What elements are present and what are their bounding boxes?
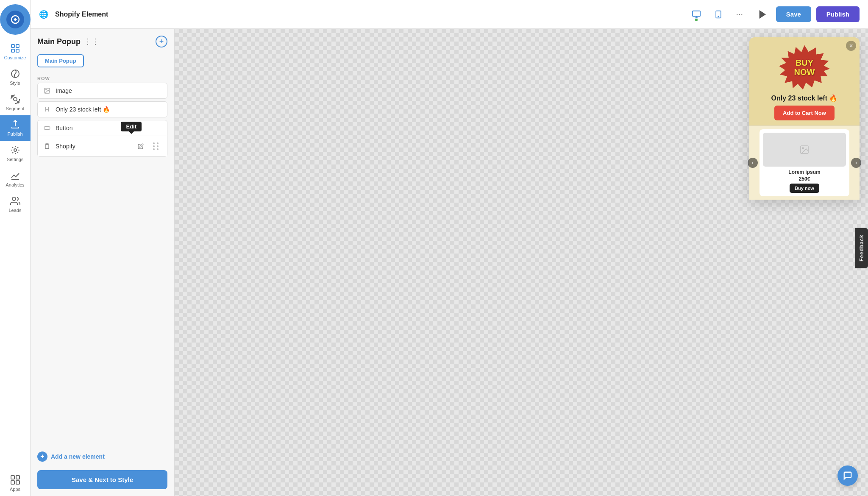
- customize-icon: [10, 43, 20, 53]
- shopify-row-label: Shopify: [56, 143, 75, 150]
- apps-icon: [10, 475, 20, 485]
- settings-icon: [10, 145, 20, 155]
- sidebar-item-leads-label: Leads: [9, 208, 22, 213]
- carousel-next-btn[interactable]: ›: [851, 158, 861, 168]
- svg-point-21: [46, 89, 47, 90]
- add-element-row[interactable]: + Add a new element: [31, 446, 174, 467]
- button-row-label: Button: [56, 125, 72, 131]
- desktop-device-btn[interactable]: [688, 6, 705, 23]
- stock-row-item[interactable]: H Only 23 stock left 🔥: [37, 101, 167, 117]
- sidebar-item-customize[interactable]: Customize: [0, 39, 31, 64]
- sidebar-item-analytics-label: Analytics: [6, 182, 24, 187]
- segment-icon: [10, 94, 20, 104]
- shopify-icon: [43, 143, 51, 150]
- main-popup-tab[interactable]: Main Popup: [37, 54, 84, 67]
- buy-now-line2: NOW: [794, 67, 815, 77]
- mobile-icon: [714, 10, 723, 19]
- edit-tooltip: Edit: [121, 122, 142, 131]
- drag-handle[interactable]: [150, 140, 162, 152]
- sidebar-item-publish[interactable]: Publish: [0, 115, 31, 141]
- popup-stock-text: Only 23 stock left 🔥: [749, 94, 860, 106]
- svg-point-25: [802, 148, 804, 149]
- edit-icon-btn[interactable]: [135, 140, 147, 152]
- product-carousel: ‹ › Lorem ipsum 250€ Buy now: [749, 125, 860, 200]
- page-title: Shopify Element: [55, 11, 681, 18]
- product-price: 250€: [763, 176, 846, 182]
- svg-marker-19: [760, 11, 765, 18]
- panel-rows: Image H Only 23 stock left 🔥 Button: [31, 83, 174, 446]
- publish-icon: [10, 120, 20, 130]
- sidebar-item-publish-label: Publish: [7, 131, 22, 137]
- sidebar-item-segment[interactable]: Segment: [0, 90, 31, 115]
- device-controls: ···: [688, 6, 747, 23]
- button-row-icon: [43, 125, 51, 131]
- svg-rect-2: [16, 45, 19, 47]
- section-label: ROW: [31, 72, 174, 83]
- save-next-button[interactable]: Save & Next to Style: [37, 470, 167, 489]
- buy-now-line1: BUY: [794, 58, 815, 67]
- button-row-container: Button Edit Shopify: [37, 120, 167, 157]
- popup-close-btn[interactable]: ✕: [846, 41, 856, 51]
- sidebar-item-apps-label: Apps: [10, 487, 20, 492]
- sidebar-item-apps[interactable]: Apps: [0, 471, 31, 496]
- panel-add-btn[interactable]: +: [156, 36, 167, 47]
- mobile-device-btn[interactable]: [710, 6, 727, 23]
- svg-point-9: [14, 149, 17, 151]
- svg-rect-14: [11, 481, 14, 484]
- svg-rect-23: [46, 144, 48, 145]
- desktop-icon: [692, 10, 701, 19]
- popup-cart-btn[interactable]: Add to Cart Now: [774, 106, 835, 120]
- popup-preview: ✕ BUY NOW Only 23 stock left 🔥 Add to Ca…: [749, 37, 860, 200]
- panel-header: Main Popup ⋮⋮ +: [31, 29, 174, 51]
- sidebar-item-style-label: Style: [10, 81, 20, 86]
- sidebar-item-settings[interactable]: Settings: [0, 141, 31, 166]
- tab-row: Main Popup: [31, 51, 174, 72]
- sidebar-item-style[interactable]: Style: [0, 64, 31, 90]
- sidebar: Customize Style Segment Publish: [0, 0, 31, 496]
- sub-row-action-icons: [135, 140, 162, 152]
- heading-icon: H: [43, 106, 51, 113]
- svg-rect-4: [16, 49, 19, 52]
- product-image-placeholder: [763, 133, 846, 167]
- image-row-item[interactable]: Image: [37, 83, 167, 99]
- image-row-label: Image: [56, 87, 72, 94]
- svg-point-7: [11, 95, 13, 97]
- carousel-prev-btn[interactable]: ‹: [748, 158, 758, 168]
- product-buy-btn[interactable]: Buy now: [790, 184, 819, 193]
- add-element-icon: +: [37, 451, 47, 462]
- chat-button[interactable]: [837, 465, 858, 486]
- feedback-tab[interactable]: Feedback: [855, 228, 868, 268]
- analytics-icon: [10, 170, 20, 181]
- svg-point-8: [17, 101, 19, 103]
- button-row-item[interactable]: Button: [38, 120, 167, 136]
- save-button[interactable]: Save: [776, 6, 811, 22]
- leads-icon: [10, 196, 20, 206]
- svg-rect-12: [11, 476, 14, 479]
- main-area: Main Popup ⋮⋮ + Main Popup ROW Image: [31, 29, 868, 496]
- add-element-label: Add a new element: [51, 453, 105, 460]
- sidebar-item-settings-label: Settings: [7, 157, 24, 162]
- svg-rect-13: [16, 476, 19, 479]
- play-icon: [758, 10, 767, 19]
- sidebar-item-leads[interactable]: Leads: [0, 192, 31, 217]
- panel-title: Main Popup: [37, 37, 81, 46]
- svg-point-11: [12, 197, 16, 201]
- panel-more-icon[interactable]: ⋮⋮: [84, 37, 99, 46]
- preview-btn[interactable]: [754, 6, 771, 23]
- publish-button[interactable]: Publish: [816, 6, 860, 22]
- sidebar-item-analytics[interactable]: Analytics: [0, 166, 31, 192]
- svg-rect-15: [16, 481, 19, 484]
- image-row-icon: [43, 87, 51, 94]
- more-dots-icon: ···: [736, 9, 743, 19]
- svg-point-18: [718, 16, 719, 17]
- globe-icon: 🌐: [39, 10, 48, 19]
- svg-rect-1: [11, 45, 14, 47]
- shopify-sub-row[interactable]: Edit Shopify: [38, 136, 167, 156]
- more-options-btn[interactable]: ···: [732, 7, 747, 22]
- app-logo[interactable]: [0, 4, 31, 35]
- product-card: Lorem ipsum 250€ Buy now: [760, 129, 849, 196]
- buy-now-image: BUY NOW: [749, 37, 860, 94]
- svg-rect-22: [44, 127, 50, 130]
- svg-rect-3: [11, 49, 14, 52]
- left-panel: Main Popup ⋮⋮ + Main Popup ROW Image: [31, 29, 175, 496]
